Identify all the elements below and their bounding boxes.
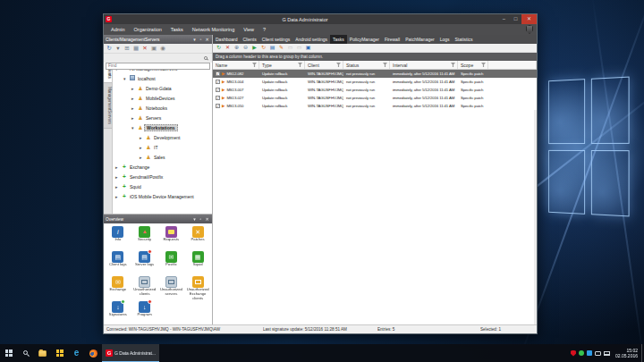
- refresh-icon[interactable]: ↻: [215, 44, 223, 52]
- menu-tasks[interactable]: Tasks: [166, 27, 188, 32]
- find-input[interactable]: [106, 63, 210, 70]
- filter-icon[interactable]: [451, 63, 455, 67]
- tab-logs[interactable]: Logs: [437, 35, 453, 44]
- tab-tasks[interactable]: Tasks: [330, 35, 347, 44]
- tree-item-localhost[interactable]: ▾localhost: [113, 73, 212, 83]
- tray-keyboard-icon[interactable]: [595, 351, 601, 356]
- tree-item-ios-mdm[interactable]: ▸+iOS Mobile Device Management: [113, 191, 212, 201]
- overview-tile-unauthorized-clients[interactable]: Unauthorized clients: [131, 276, 158, 300]
- filter-icon[interactable]: [252, 63, 257, 67]
- log-icon[interactable]: ▤: [268, 44, 276, 52]
- minimize-button[interactable]: −: [498, 14, 510, 24]
- delete-icon[interactable]: ✕: [224, 44, 232, 52]
- overview-tile-signatures[interactable]: ↓Signatures: [105, 301, 131, 325]
- filter-icon[interactable]: [336, 63, 341, 67]
- search-icon[interactable]: [204, 56, 208, 60]
- refresh-icon[interactable]: ↻: [106, 44, 113, 53]
- close-button[interactable]: ✕: [521, 14, 537, 24]
- overview-tile-security[interactable]: ▲Security: [131, 226, 158, 250]
- menu-admin[interactable]: Admin: [106, 27, 130, 32]
- group-by-bar[interactable]: Drag a column header to this area to gro…: [213, 53, 537, 61]
- display-icon[interactable]: ▣: [304, 44, 312, 52]
- row-checkbox[interactable]: ✓: [216, 88, 220, 92]
- row-checkbox[interactable]: ✓: [216, 72, 220, 76]
- maximize-button[interactable]: □: [510, 14, 521, 24]
- overview-tile-program[interactable]: ↓Program: [131, 301, 158, 325]
- tree-item-servers[interactable]: ▸♟Servers: [113, 113, 212, 122]
- tree-item-sales[interactable]: ▸♟Sales: [113, 152, 212, 162]
- expand-icon[interactable]: ▾: [114, 44, 122, 53]
- tray-gdata-shield-icon[interactable]: [571, 350, 576, 357]
- tray-status-blue-icon[interactable]: [587, 350, 592, 356]
- overview-tile-requests[interactable]: Requests: [158, 226, 185, 250]
- tab-client-settings[interactable]: Client settings: [259, 35, 292, 44]
- row-checkbox[interactable]: ✓: [216, 96, 220, 100]
- tree-item-it[interactable]: ▸♟IT: [113, 142, 212, 152]
- column-header-status[interactable]: Status: [343, 61, 390, 69]
- table-row[interactable]: ✓▶MS12-082 Update rollback WIN-TAGUSFHVJ…: [213, 70, 537, 78]
- tab-clients[interactable]: Clients: [240, 35, 258, 44]
- table-row[interactable]: ✓▶MS13-007 Update rollback WIN-TAGUSFHVJ…: [213, 86, 537, 94]
- taskbar-app-gdata-administrator[interactable]: G G Data Administrat...: [102, 344, 159, 362]
- taskbar-search-icon[interactable]: [17, 344, 34, 362]
- column-header-name[interactable]: Name: [213, 61, 259, 69]
- tree-item-exchange[interactable]: ▸+Exchange: [113, 162, 212, 172]
- column-header-type[interactable]: Type: [259, 61, 305, 69]
- tree-item-demo-gdata[interactable]: ▸♟Demo-Gdata: [113, 83, 212, 93]
- table-row[interactable]: ✓▶MS13-027 Update rollback WIN-TAGUSFHVJ…: [213, 94, 537, 102]
- panel-menu-icon[interactable]: ▾: [191, 215, 198, 223]
- start-button[interactable]: [0, 344, 17, 362]
- column-header-interval[interactable]: Interval: [390, 61, 458, 69]
- filter-icon[interactable]: [481, 63, 486, 67]
- overview-tile-client-logs[interactable]: ▤Client logs: [105, 251, 131, 275]
- overview-tile-exchange[interactable]: ✉Exchange: [105, 276, 131, 300]
- tree-item-sendmail-postfix[interactable]: ▸+Sendmail/Postfix: [113, 172, 212, 181]
- overview-tile-patches[interactable]: ✕Patches: [184, 226, 211, 250]
- menu-view[interactable]: View: [239, 27, 258, 32]
- panel-pin-icon[interactable]: ▫: [198, 35, 204, 44]
- overview-tile-unauthorized-servers[interactable]: Unauthorized servers: [158, 276, 185, 300]
- menu-help[interactable]: ?: [258, 27, 270, 32]
- tray-status-green-icon[interactable]: [579, 350, 584, 356]
- panel-close-icon[interactable]: ✕: [204, 35, 210, 44]
- tab-policymanager[interactable]: PolicyManager: [347, 35, 382, 44]
- overview-tile-postfix[interactable]: ✉Postfix: [158, 251, 185, 275]
- run-now-icon[interactable]: ▶: [250, 44, 258, 52]
- panel-close-icon[interactable]: ✕: [204, 215, 210, 223]
- edit-group-icon[interactable]: ▦: [132, 44, 140, 53]
- edge-icon[interactable]: e: [68, 344, 85, 362]
- tab-managementservers[interactable]: ManagementServers: [104, 83, 112, 129]
- file-explorer-icon[interactable]: [34, 344, 51, 362]
- edit-icon[interactable]: ✎: [277, 44, 285, 52]
- table-row[interactable]: ✓▶MS13-004 Update rollback WIN-TAGUSFHVJ…: [213, 78, 537, 86]
- row-checkbox[interactable]: ✓: [216, 80, 220, 84]
- column-header-scope[interactable]: Scope: [458, 61, 488, 69]
- tree-item-development[interactable]: ▸♟Development: [113, 132, 212, 142]
- filter-icon[interactable]: [383, 63, 387, 67]
- server-icon[interactable]: ▣: [150, 44, 157, 53]
- delete-icon[interactable]: ✕: [141, 44, 148, 53]
- add-group-icon[interactable]: ⊞: [123, 44, 131, 53]
- overview-tile-unauthorized-exchange[interactable]: Unauthorized Exchange clients: [184, 276, 211, 300]
- tree-item-workstations[interactable]: ▾♟Workstations: [113, 122, 212, 132]
- overview-tile-server-logs[interactable]: ▤Server logs: [131, 251, 158, 275]
- tab-patchmanager[interactable]: PatchManager: [402, 35, 437, 44]
- filter-icon[interactable]: [298, 63, 302, 67]
- tab-statistics[interactable]: Statistics: [453, 35, 476, 44]
- zoom-out-icon[interactable]: ⊖: [242, 44, 250, 52]
- tab-firewall[interactable]: Firewall: [382, 35, 402, 44]
- row-checkbox[interactable]: ✓: [216, 104, 220, 108]
- tree-item-squid[interactable]: ▸+Squid: [113, 181, 212, 191]
- overview-tile-squid[interactable]: ▦Squid: [184, 251, 211, 275]
- menu-organization[interactable]: Organization: [130, 27, 166, 32]
- tab-android-settings[interactable]: Android settings: [292, 35, 330, 44]
- panel-pin-icon[interactable]: ▫: [198, 215, 204, 223]
- column-header-client[interactable]: Client: [305, 61, 343, 69]
- tree-item-mobiledevices[interactable]: ▸♟MobileDevices: [113, 93, 212, 103]
- tray-network-icon[interactable]: [604, 351, 610, 356]
- taskbar-clock[interactable]: 15:02 02.05.2016: [613, 348, 641, 358]
- gdata-managementserver-icon[interactable]: [51, 344, 68, 362]
- reschedule-icon[interactable]: ↻: [259, 44, 267, 52]
- zoom-in-icon[interactable]: ⊕: [233, 44, 241, 52]
- overview-tile-info[interactable]: iInfo: [105, 226, 131, 250]
